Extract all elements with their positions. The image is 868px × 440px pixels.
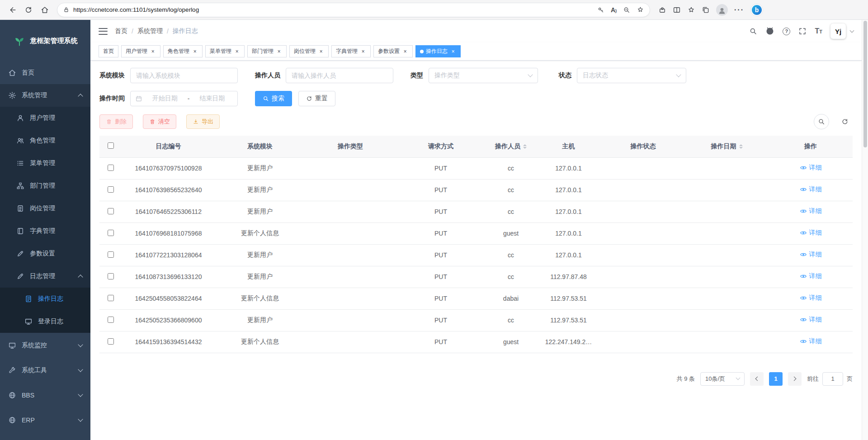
refresh-table-button[interactable] [837, 114, 853, 129]
sidebar-item-param-settings[interactable]: 参数设置 [0, 242, 90, 265]
module-input[interactable] [130, 68, 238, 83]
type-select[interactable]: 操作类型 [429, 68, 538, 83]
browser-back-button[interactable] [5, 2, 20, 18]
sortable-column-date[interactable]: 操作日期 [685, 136, 769, 157]
url-text[interactable]: https://ccnetcore.com:1101/system/log/op… [73, 6, 594, 13]
zoom-out-icon[interactable] [623, 6, 630, 14]
tab-users[interactable]: 用户管理 [121, 45, 160, 57]
delete-button[interactable]: 删除 [99, 114, 133, 129]
password-key-icon[interactable] [597, 6, 604, 14]
detail-link[interactable]: 详细 [800, 229, 822, 237]
row-checkbox[interactable] [108, 273, 114, 279]
tab-menus[interactable]: 菜单管理 [205, 45, 245, 57]
prev-page-button[interactable] [750, 372, 764, 386]
operator-input[interactable] [286, 68, 393, 83]
date-start-placeholder[interactable]: 开始日期 [144, 95, 186, 103]
browser-refresh-button[interactable] [21, 2, 36, 18]
tab-roles[interactable]: 角色管理 [163, 45, 203, 57]
tab-departments[interactable]: 部门管理 [247, 45, 287, 57]
tab-close-icon[interactable] [402, 48, 408, 55]
search-button[interactable]: 搜索 [255, 91, 292, 106]
status-select[interactable]: 日志状态 [577, 68, 686, 83]
header-search-icon[interactable] [749, 27, 757, 35]
detail-link[interactable]: 详细 [800, 207, 822, 215]
split-screen-icon[interactable] [673, 6, 681, 14]
tab-dicts[interactable]: 字典管理 [331, 45, 371, 57]
clear-button[interactable]: 清空 [143, 114, 176, 129]
row-checkbox[interactable] [108, 165, 114, 171]
page-scrollbar[interactable] [862, 20, 868, 440]
date-range-picker[interactable]: 开始日期 - 结束日期 [130, 91, 238, 106]
detail-link[interactable]: 详细 [800, 251, 822, 259]
sort-caret-icon[interactable] [523, 142, 527, 151]
tab-operlog[interactable]: 操作日志 [415, 45, 461, 57]
help-icon[interactable] [783, 28, 790, 35]
date-end-placeholder[interactable]: 结束日期 [191, 95, 233, 103]
avatar-caret-icon[interactable] [850, 28, 854, 33]
row-checkbox[interactable] [108, 338, 114, 345]
breadcrumb-system-mgmt[interactable]: 系统管理 [137, 27, 163, 35]
page-number-1[interactable]: 1 [769, 372, 783, 386]
detail-link[interactable]: 详细 [800, 337, 822, 345]
row-checkbox[interactable] [108, 186, 114, 193]
sidebar-item-system-mgmt[interactable]: 系统管理 [0, 84, 90, 107]
sortable-column-operator[interactable]: 操作人员 [486, 136, 536, 157]
detail-link[interactable]: 详细 [800, 272, 822, 280]
detail-link[interactable]: 详细 [800, 316, 822, 324]
detail-link[interactable]: 详细 [800, 294, 822, 302]
sidebar-item-dict-mgmt[interactable]: 字典管理 [0, 220, 90, 242]
browser-profile-avatar[interactable] [716, 4, 728, 16]
github-icon[interactable] [765, 27, 774, 36]
row-checkbox[interactable] [108, 251, 114, 258]
row-checkbox[interactable] [108, 295, 114, 301]
tab-close-icon[interactable] [360, 48, 366, 55]
scrollbar-thumb[interactable] [863, 21, 867, 147]
extensions-icon[interactable] [658, 6, 666, 14]
tab-close-icon[interactable] [192, 48, 198, 55]
row-checkbox[interactable] [108, 317, 114, 323]
detail-link[interactable]: 详细 [800, 164, 822, 172]
tab-close-icon[interactable] [450, 48, 456, 55]
tab-close-icon[interactable] [318, 48, 324, 55]
fullscreen-icon[interactable] [798, 27, 807, 35]
sidebar-item-log-mgmt[interactable]: 日志管理 [0, 265, 90, 288]
sidebar-item-dept-mgmt[interactable]: 部门管理 [0, 175, 90, 197]
next-page-button[interactable] [788, 372, 802, 386]
sidebar-item-user-mgmt[interactable]: 用户管理 [0, 107, 90, 129]
tab-posts[interactable]: 岗位管理 [289, 45, 329, 57]
favorites-bar-icon[interactable] [687, 6, 695, 14]
tab-close-icon[interactable] [234, 48, 240, 55]
read-aloud-icon[interactable]: A) [611, 7, 617, 13]
sidebar-item-oper-log[interactable]: 操作日志 [0, 288, 90, 310]
tab-home[interactable]: 首页 [99, 45, 118, 57]
sort-caret-icon[interactable] [739, 142, 743, 151]
text-size-icon[interactable] [815, 27, 822, 35]
sidebar-item-role-mgmt[interactable]: 角色管理 [0, 129, 90, 152]
browser-more-icon[interactable]: ··· [734, 6, 744, 14]
row-checkbox[interactable] [108, 230, 114, 236]
select-all-checkbox[interactable] [108, 142, 114, 149]
favorite-star-icon[interactable] [637, 6, 644, 14]
reset-button[interactable]: 重置 [298, 91, 335, 106]
export-button[interactable]: 导出 [186, 114, 220, 129]
collections-icon[interactable] [702, 6, 710, 14]
goto-page-input[interactable] [822, 372, 843, 386]
sidebar-item-erp[interactable]: ERP [0, 407, 90, 432]
sidebar-item-home[interactable]: 首页 [0, 62, 90, 84]
page-size-select[interactable]: 10条/页 [700, 372, 745, 386]
sidebar-item-yi-framework[interactable]: Yi框架 [0, 432, 90, 440]
sidebar-item-login-log[interactable]: 登录日志 [0, 310, 90, 333]
row-checkbox[interactable] [108, 208, 114, 214]
detail-link[interactable]: 详细 [800, 185, 822, 194]
bing-chat-icon[interactable]: b [750, 4, 763, 16]
toggle-search-button[interactable] [814, 114, 829, 129]
sidebar-item-post-mgmt[interactable]: 岗位管理 [0, 197, 90, 220]
tab-close-icon[interactable] [276, 48, 282, 55]
tab-close-icon[interactable] [150, 48, 156, 55]
breadcrumb-home[interactable]: 首页 [115, 27, 127, 35]
user-avatar[interactable]: Yj [830, 24, 846, 39]
sidebar-item-system-monitor[interactable]: 系统监控 [0, 333, 90, 358]
sidebar-item-system-tools[interactable]: 系统工具 [0, 358, 90, 383]
sidebar-item-menu-mgmt[interactable]: 菜单管理 [0, 152, 90, 175]
address-bar[interactable]: https://ccnetcore.com:1101/system/log/op… [57, 3, 650, 17]
